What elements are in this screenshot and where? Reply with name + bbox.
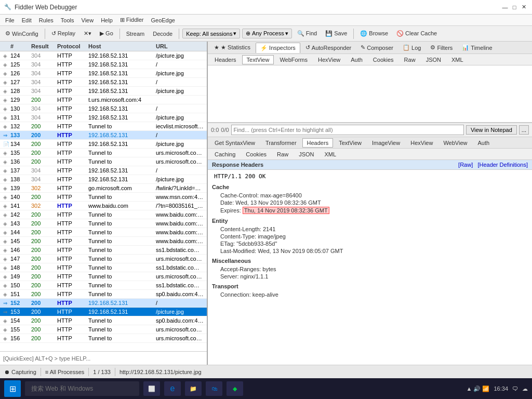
header-definitions-link[interactable]: [Header Definitions] bbox=[477, 162, 528, 168]
menu-fiddler[interactable]: ⊞ Fiddler bbox=[117, 16, 147, 24]
table-row[interactable]: ◈ 132200HTTPTunnel toiecvlist.microsoft.… bbox=[0, 122, 207, 131]
table-row[interactable]: ◈ 137304HTTP192.168.52.131/ bbox=[0, 166, 207, 175]
subtab-auth[interactable]: Auth bbox=[346, 55, 367, 64]
subtab-webforms[interactable]: WebForms bbox=[275, 55, 312, 64]
btab-raw[interactable]: Raw bbox=[272, 150, 293, 159]
table-row[interactable]: ◈ 148200HTTPTunnel toss1.bdstatic.com:44… bbox=[0, 263, 207, 272]
table-row[interactable]: ◈ 136200HTTPTunnel tours.microsoft.com:4… bbox=[0, 157, 207, 166]
title-bar-controls[interactable]: — □ ✕ bbox=[501, 3, 528, 11]
btab-json[interactable]: JSON bbox=[294, 150, 318, 159]
table-row[interactable]: ◈ 125304HTTP192.168.52.131/ bbox=[0, 60, 207, 69]
table-row[interactable]: ◈ 131304HTTP192.168.52.131/picture.jpg bbox=[0, 113, 207, 122]
table-row[interactable]: ◈ 156200HTTPTunnel tours.microsoft.com:4… bbox=[0, 334, 207, 343]
menu-geoedge[interactable]: GeoEdge bbox=[148, 16, 178, 24]
table-row[interactable]: ◈ 141302HTTPwww.baidu.com/?tn=80035161_1… bbox=[0, 202, 207, 210]
replay-button[interactable]: ↺ Replay bbox=[48, 29, 78, 38]
table-row[interactable]: ◈ 139302HTTPgo.microsoft.com/fwlink/?Lin… bbox=[0, 184, 207, 193]
tab-timeline[interactable]: 📊 Timeline bbox=[458, 43, 496, 52]
menu-help[interactable]: Help bbox=[98, 16, 116, 24]
btab-headers[interactable]: Headers bbox=[302, 138, 334, 148]
table-row[interactable]: 📄 134200HTTP192.168.52.131/picture.jpg bbox=[0, 140, 207, 149]
subtab-textview[interactable]: TextView bbox=[242, 55, 274, 64]
menu-rules[interactable]: Rules bbox=[36, 16, 57, 24]
table-row[interactable]: ◈ 146200HTTPTunnel toss1.bdstatic.com:44… bbox=[0, 246, 207, 255]
winconfig-button[interactable]: ⚙ WinConfig bbox=[2, 29, 42, 38]
keep-button[interactable]: Keep: All sessions ▾ bbox=[182, 29, 240, 38]
menu-tools[interactable]: Tools bbox=[58, 16, 77, 24]
table-row-selected[interactable]: ⇒ 153200HTTP192.168.52.131/picture.jpg bbox=[0, 308, 207, 316]
table-row[interactable]: ◈ 149200HTTPTunnel tours.microsoft.com:4… bbox=[0, 272, 207, 281]
find-more-button[interactable]: ... bbox=[519, 125, 529, 135]
btab-transformer[interactable]: Transformer bbox=[261, 138, 301, 148]
btab-auth[interactable]: Auth bbox=[473, 138, 494, 148]
menu-file[interactable]: File bbox=[2, 16, 18, 24]
subtab-headers[interactable]: Headers bbox=[210, 55, 241, 64]
btab-xml[interactable]: XML bbox=[320, 150, 341, 159]
table-row[interactable]: ◈ 129200HTTPt.urs.microsoft.com:4 bbox=[0, 96, 207, 104]
btab-webview[interactable]: WebView bbox=[438, 138, 472, 148]
tab-log[interactable]: 📋 Log bbox=[398, 43, 425, 52]
tab-filters[interactable]: ⚙ Filters bbox=[426, 43, 457, 52]
table-row[interactable]: ◈ 128304HTTP192.168.52.131/picture.jpg bbox=[0, 87, 207, 96]
tab-composer[interactable]: ✎ Composer bbox=[356, 43, 397, 52]
decode-button[interactable]: Decode bbox=[150, 30, 176, 38]
btab-cookies[interactable]: Cookies bbox=[241, 150, 271, 159]
taskbar-fiddler-icon[interactable]: ◆ bbox=[227, 381, 243, 396]
tab-inspectors[interactable]: ⚡ Inspectors bbox=[256, 43, 300, 53]
taskbar-store[interactable]: 🛍 bbox=[206, 381, 222, 396]
subtab-cookies[interactable]: Cookies bbox=[368, 55, 398, 64]
taskbar-explorer[interactable]: 📁 bbox=[185, 381, 202, 396]
table-row[interactable]: ◈ 150200HTTPTunnel toss1.bdstatic.com:44… bbox=[0, 281, 207, 290]
menu-view[interactable]: View bbox=[78, 16, 97, 24]
btab-caching[interactable]: Caching bbox=[210, 150, 240, 159]
close-button[interactable]: ✕ bbox=[520, 3, 528, 11]
find-button[interactable]: 🔍 Find bbox=[294, 29, 320, 38]
table-row[interactable]: ◈ 155200HTTPTunnel tours.microsoft.com:4… bbox=[0, 325, 207, 334]
taskbar-task-view[interactable]: ⬜ bbox=[143, 381, 160, 396]
tab-statistics[interactable]: ★ ★ Statistics bbox=[210, 43, 255, 52]
clear-cache-button[interactable]: 🚫 Clear Cache bbox=[393, 29, 440, 38]
sessions-table[interactable]: # Result Protocol Host URL ◈ 124304HTTP1… bbox=[0, 42, 207, 351]
subtab-raw[interactable]: Raw bbox=[400, 55, 420, 64]
browse-button[interactable]: 🌐 Browse bbox=[357, 29, 391, 38]
table-row[interactable]: ⇒ 133200HTTP192.168.52.131/ bbox=[0, 131, 207, 140]
table-row[interactable]: ◈ 142200HTTPTunnel towww.baidu.com:443 bbox=[0, 210, 207, 219]
table-row[interactable]: ◈ 147200HTTPTunnel tours.microsoft.com:4… bbox=[0, 255, 207, 263]
menu-edit[interactable]: Edit bbox=[19, 16, 35, 24]
stream-button[interactable]: Stream bbox=[123, 30, 148, 38]
subtab-xml[interactable]: XML bbox=[447, 55, 468, 64]
table-row[interactable]: ◈ 135200HTTPTunnel tours.microsoft.com:4… bbox=[0, 149, 207, 157]
subtab-json[interactable]: JSON bbox=[421, 55, 446, 64]
btab-getsyntaxview[interactable]: Get SyntaxView bbox=[210, 138, 260, 148]
table-row[interactable]: ◈ 126304HTTP192.168.52.131/picture.jpg bbox=[0, 69, 207, 78]
btab-hexview[interactable]: HexView bbox=[406, 138, 437, 148]
subtab-hexview[interactable]: HexView bbox=[313, 55, 345, 64]
table-row[interactable]: ◈ 143200HTTPTunnel towww.baidu.com:443 bbox=[0, 219, 207, 228]
find-input[interactable] bbox=[231, 125, 464, 135]
table-row[interactable]: ◈ 124304HTTP192.168.52.131/picture.jpg bbox=[0, 51, 207, 60]
table-row[interactable]: ◈ 138304HTTP192.168.52.131/picture.jpg bbox=[0, 175, 207, 184]
tab-autoresponder[interactable]: ↺ AutoResponder bbox=[301, 43, 355, 52]
any-process-button[interactable]: ⊕ Any Process ▾ bbox=[242, 29, 291, 38]
btab-imageview[interactable]: ImageView bbox=[367, 138, 405, 148]
table-row[interactable]: ◈ 145200HTTPTunnel towww.baidu.com:443 bbox=[0, 237, 207, 246]
taskbar-search[interactable] bbox=[25, 381, 139, 396]
table-row[interactable]: ◈ 144200HTTPTunnel towww.baidu.com:443 bbox=[0, 228, 207, 237]
minimize-button[interactable]: — bbox=[501, 3, 509, 11]
table-row[interactable]: ◈ 154200HTTPTunnel tosp0.baidu.com:443 bbox=[0, 316, 207, 325]
table-row[interactable]: ◈ 127304HTTP192.168.52.131/ bbox=[0, 78, 207, 87]
save-button[interactable]: 💾 Save bbox=[322, 29, 350, 38]
raw-link[interactable]: [Raw] bbox=[458, 162, 473, 168]
table-row[interactable]: ◈ 140200HTTPTunnel towww.msn.com:443 bbox=[0, 193, 207, 202]
x-button[interactable]: ✕▾ bbox=[81, 29, 95, 38]
view-in-notepad-button[interactable]: View in Notepad bbox=[466, 125, 517, 135]
go-button[interactable]: ▶ Go bbox=[97, 29, 116, 38]
start-button[interactable]: ⊞ bbox=[4, 380, 21, 397]
table-row[interactable]: ◈ 151200HTTPTunnel tosp0.baidu.com:443 bbox=[0, 290, 207, 299]
btab-textview[interactable]: TextView bbox=[334, 138, 366, 148]
table-row[interactable]: ⇒ 152200HTTP192.168.52.131/ bbox=[0, 299, 207, 308]
table-row[interactable]: ◈ 130304HTTP192.168.52.131/ bbox=[0, 104, 207, 113]
maximize-button[interactable]: □ bbox=[510, 3, 518, 11]
taskbar-edge[interactable]: e bbox=[164, 381, 181, 396]
command-box[interactable]: [QuickExec] ALT+Q > type HELP... bbox=[0, 351, 207, 365]
